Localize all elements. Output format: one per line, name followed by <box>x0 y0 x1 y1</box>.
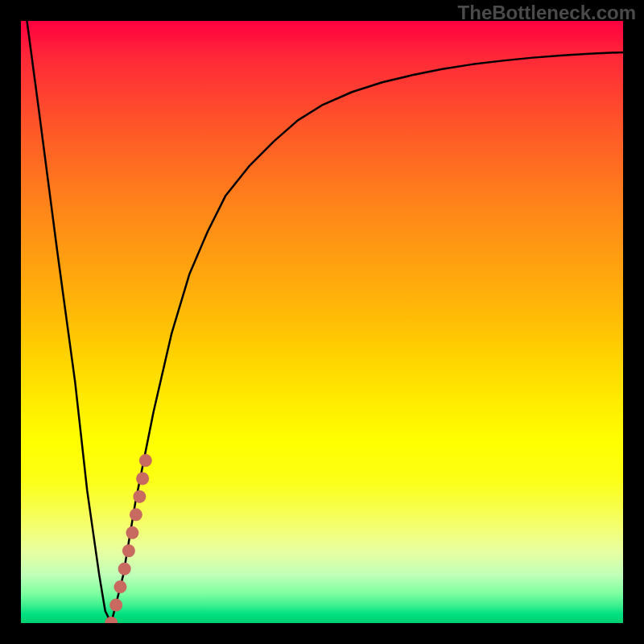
chart-svg <box>21 21 623 623</box>
highlight-dot <box>105 617 118 623</box>
plot-gradient-background <box>21 21 623 623</box>
highlight-dot <box>114 580 126 593</box>
highlight-dot <box>126 526 138 539</box>
watermark-text: TheBottleneck.com <box>458 2 636 24</box>
highlight-dot <box>109 599 122 612</box>
highlight-dot <box>122 544 135 557</box>
highlight-dot <box>133 490 146 503</box>
bottleneck-curve <box>27 21 623 623</box>
highlight-dot <box>139 454 152 467</box>
highlight-dot <box>136 472 149 485</box>
highlight-dot <box>118 563 131 576</box>
chart-frame: TheBottleneck.com <box>0 0 644 644</box>
highlight-dot <box>130 508 142 521</box>
